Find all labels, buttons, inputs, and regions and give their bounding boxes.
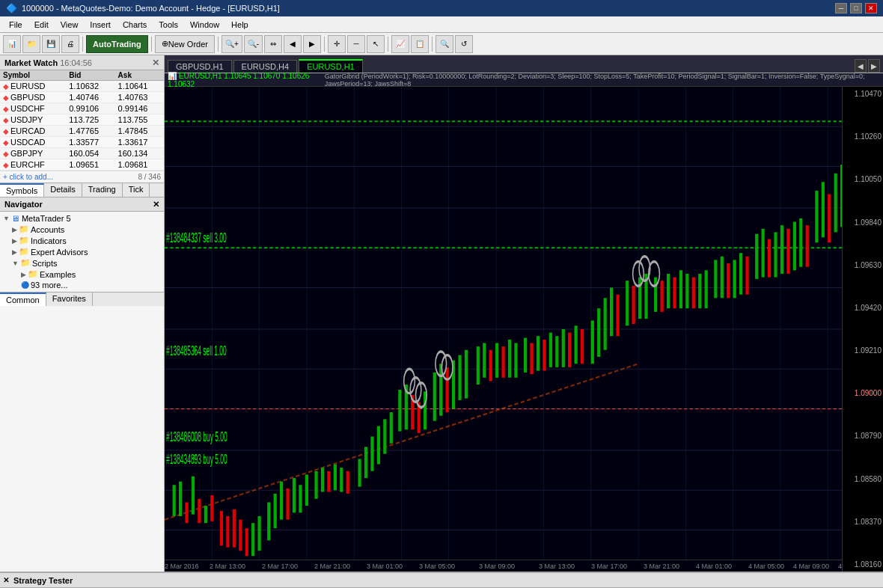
symbol-cell: ◆EURCAD [0,126,66,137]
svg-rect-42 [251,523,254,556]
nav-item-examples[interactable]: ▶ 📁 Examples [0,269,164,280]
scroll-left-button[interactable]: ◀ [284,35,302,53]
print-button[interactable]: 🖨 [61,35,79,53]
maximize-button[interactable]: □ [850,3,862,13]
nav-item-icon: 🖥 [11,214,19,223]
tab-symbols[interactable]: Symbols [0,183,44,197]
menu-view[interactable]: View [55,19,85,31]
market-watch-close[interactable]: ✕ [152,58,159,68]
svg-rect-92 [597,308,600,357]
zoom-out-button[interactable]: 🔍- [244,35,263,53]
toolbar-separator-3 [218,37,219,52]
table-row[interactable]: ◆EURUSD 1.10632 1.10641 [0,81,164,92]
svg-rect-44 [267,502,270,540]
minimize-button[interactable]: ─ [835,3,847,13]
menu-insert[interactable]: Insert [84,19,117,31]
open-button[interactable]: 📁 [22,35,40,53]
navigator-close[interactable]: ✕ [153,200,159,209]
svg-rect-101 [661,281,664,312]
expand-icon: ▶ [12,237,17,245]
chart-time-axis: 2 Mar 2016 2 Mar 13:00 2 Mar 17:00 2 Mar… [165,560,883,572]
table-row[interactable]: ◆EURCHF 1.09651 1.09681 [0,159,164,171]
chart-tab-gbpusd-h1[interactable]: GBPUSD,H1 [168,60,232,73]
time-label-6: 3 Mar 05:00 [419,563,455,570]
time-label-5: 3 Mar 01:00 [367,563,403,570]
table-row[interactable]: ◆GBPJPY 160.054 160.134 [0,148,164,159]
chart-nav-left[interactable]: ◀ [855,59,867,73]
tab-common[interactable]: Common [0,293,46,306]
tab-tick[interactable]: Tick [123,183,150,197]
toolbar-separator-5 [388,37,388,52]
chart-drawing-area[interactable]: #138484337 sell 3.00 #138485364 sell 1.0… [165,87,883,572]
table-row[interactable]: ◆USDCAD 1.33577 1.33617 [0,137,164,148]
menu-charts[interactable]: Charts [117,19,153,31]
svg-rect-120 [786,229,789,274]
nav-item-scripts[interactable]: ▼ 📁 Scripts [0,257,164,269]
crosshair-button[interactable]: ✛ [328,35,346,53]
svg-rect-88 [568,333,571,367]
save-button[interactable]: 💾 [42,35,60,53]
svg-rect-72 [458,355,461,400]
price-4: 1.09840 [844,218,882,227]
zoom-in-button[interactable]: 🔍+ [221,35,242,53]
svg-rect-82 [530,343,533,375]
tab-favorites[interactable]: Favorites [46,293,93,306]
new-chart-button[interactable]: 📊 [3,35,21,53]
menu-file[interactable]: File [3,19,28,31]
menu-help[interactable]: Help [225,19,254,31]
scroll-right-button[interactable]: ▶ [303,35,321,53]
table-row[interactable]: ◆GBPUSD 1.40746 1.40763 [0,92,164,103]
bid-cell: 0.99106 [66,103,114,114]
menu-bar: File Edit View Insert Charts Tools Windo… [0,16,883,33]
strategy-close-button[interactable]: ✕ [3,576,9,584]
title-bar: 🔷 1000000 - MetaQuotes-Demo: Demo Accoun… [0,0,883,16]
tab-trading[interactable]: Trading [82,183,123,197]
add-symbol-link[interactable]: + click to add... [3,173,53,181]
chart-nav-right[interactable]: ▶ [868,59,880,73]
chart-tab-eurusd-h1[interactable]: EURUSD,H1 [299,59,363,73]
refresh-button[interactable]: ↺ [455,35,473,53]
svg-rect-34 [198,499,201,523]
chart-scroll-button[interactable]: ⇔ [264,35,282,53]
symbol-cell: ◆USDJPY [0,114,66,126]
search-button[interactable]: 🔍 [436,35,453,53]
nav-item-indicators[interactable]: ▶ 📁 Indicators [0,235,164,246]
price-11: 1.08370 [844,518,882,526]
nav-item-more[interactable]: 🔵 93 more... [0,280,164,290]
toolbar: 📊 📁 💾 🖨 AutoTrading ⊕ New Order 🔍+ 🔍- ⇔ … [0,33,883,55]
nav-item-accounts[interactable]: ▶ 📁 Accounts [0,224,164,235]
cursor-button[interactable]: ↖ [367,35,385,53]
svg-rect-86 [555,336,558,367]
line-button[interactable]: ─ [347,35,365,53]
table-row[interactable]: ◆EURCAD 1.47765 1.47845 [0,126,164,137]
svg-rect-32 [185,502,188,523]
ask-cell: 113.755 [115,114,164,126]
autotrading-button[interactable]: AutoTrading [86,35,148,53]
indicator-button[interactable]: 📈 [391,35,409,53]
svg-rect-51 [314,471,317,499]
chart-tab-eurusd-h4[interactable]: EURUSD,H4 [233,60,298,73]
svg-rect-93 [604,298,607,349]
svg-rect-57 [358,459,361,487]
bid-cell: 113.725 [66,114,114,126]
table-row[interactable]: ◆USDJPY 113.725 113.755 [0,114,164,126]
svg-rect-60 [377,426,380,465]
nav-item-metatrader5[interactable]: ▼ 🖥 MetaTrader 5 [0,213,164,224]
table-row[interactable]: ◆USDCHF 0.99106 0.99146 [0,103,164,114]
nav-item-expert-advisors[interactable]: ▶ 📁 Expert Advisors [0,246,164,257]
price-1: 1.10470 [844,90,882,98]
menu-window[interactable]: Window [184,19,225,31]
svg-rect-118 [774,232,777,277]
close-button[interactable]: ✕ [865,3,877,13]
new-order-button[interactable]: ⊕ New Order [155,35,215,53]
symbol-cell: ◆EURUSD [0,81,66,92]
menu-tools[interactable]: Tools [153,19,184,31]
market-watch-footer: + click to add... 8 / 346 [0,171,164,183]
template-button[interactable]: 📋 [411,35,429,53]
tab-details[interactable]: Details [44,183,82,197]
bid-cell: 160.054 [66,148,114,159]
chart-panel: GBPUSD,H1 EURUSD,H4 EURUSD,H1 ◀ ▶ 📊 EURU… [165,55,883,572]
navigator-header: Navigator ✕ [0,197,164,212]
svg-rect-78 [501,346,504,378]
menu-edit[interactable]: Edit [28,19,55,31]
